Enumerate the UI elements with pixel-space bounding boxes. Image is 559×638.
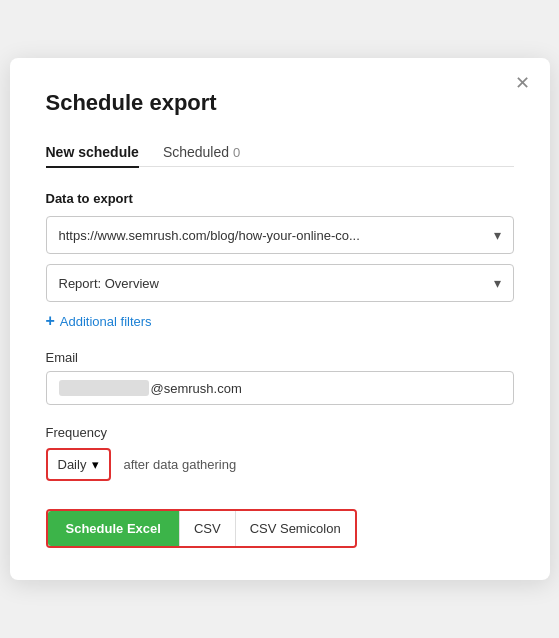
url-select-value: https://www.semrush.com/blog/how-your-on… <box>59 228 360 243</box>
email-label: Email <box>46 350 514 365</box>
actions-row: Schedule Excel CSV CSV Semicolon <box>46 509 357 548</box>
close-button[interactable]: ✕ <box>515 74 530 92</box>
frequency-chevron: ▾ <box>92 457 99 472</box>
tabs: New schedule Scheduled0 <box>46 136 514 167</box>
email-domain: @semrush.com <box>151 381 242 396</box>
schedule-export-modal: ✕ Schedule export New schedule Scheduled… <box>10 58 550 580</box>
scheduled-badge: 0 <box>233 145 240 160</box>
frequency-after-text: after data gathering <box>123 457 236 472</box>
frequency-select[interactable]: Daily ▾ <box>46 448 112 481</box>
report-select-chevron: ▾ <box>494 275 501 291</box>
email-input-row[interactable]: @semrush.com <box>46 371 514 405</box>
tab-scheduled[interactable]: Scheduled0 <box>163 138 240 168</box>
data-to-export-label: Data to export <box>46 191 514 206</box>
frequency-label: Frequency <box>46 425 514 440</box>
report-select-value: Report: Overview <box>59 276 159 291</box>
url-select-chevron: ▾ <box>494 227 501 243</box>
tab-new-schedule[interactable]: New schedule <box>46 138 139 168</box>
frequency-row: Daily ▾ after data gathering <box>46 448 514 481</box>
plus-icon: + <box>46 312 55 330</box>
csv-semicolon-button[interactable]: CSV Semicolon <box>235 511 355 546</box>
frequency-value: Daily <box>58 457 87 472</box>
modal-title: Schedule export <box>46 90 514 116</box>
csv-button[interactable]: CSV <box>179 511 235 546</box>
url-select[interactable]: https://www.semrush.com/blog/how-your-on… <box>46 216 514 254</box>
additional-filters-label: Additional filters <box>60 314 152 329</box>
email-prefix <box>59 380 149 396</box>
schedule-excel-button[interactable]: Schedule Excel <box>48 511 179 546</box>
report-select[interactable]: Report: Overview ▾ <box>46 264 514 302</box>
additional-filters-button[interactable]: + Additional filters <box>46 312 152 330</box>
